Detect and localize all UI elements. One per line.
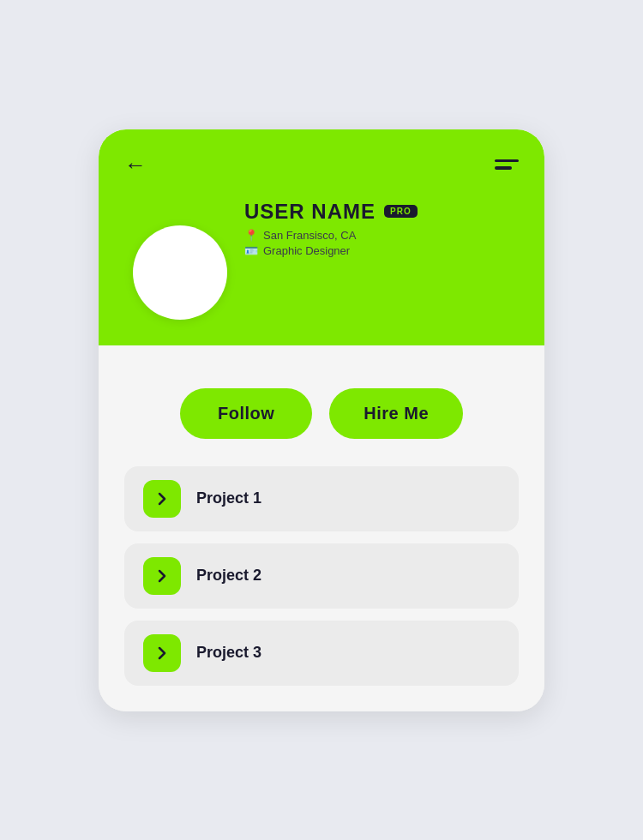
profession-text: Graphic Designer [263, 244, 350, 257]
header-nav: ← [124, 153, 519, 176]
follow-button[interactable]: Follow [180, 388, 312, 439]
username: USER NAME [244, 200, 376, 224]
menu-button[interactable] [495, 159, 519, 170]
project-arrow-2[interactable] [143, 557, 181, 595]
projects-list: Project 1 Project 2 Project 3 [124, 466, 519, 686]
chevron-right-icon-3 [154, 645, 170, 661]
project-label-2: Project 2 [196, 567, 261, 585]
profession-icon: 🪪 [244, 244, 258, 257]
user-meta: 📍 San Fransisco, CA 🪪 Graphic Designer [244, 229, 519, 257]
location-line: 📍 San Fransisco, CA [244, 229, 519, 242]
username-row: USER NAME PRO [244, 200, 519, 224]
chevron-right-icon-2 [154, 568, 170, 584]
chevron-right-icon-1 [154, 491, 170, 507]
hire-button[interactable]: Hire Me [329, 388, 463, 439]
header-section: ← USER NAME PRO 📍 San Fransisco, CA [99, 129, 544, 345]
project-label-1: Project 1 [196, 489, 261, 507]
project-label-3: Project 3 [196, 644, 261, 662]
action-buttons: Follow Hire Me [124, 388, 519, 439]
location-icon: 📍 [244, 229, 258, 242]
avatar [133, 225, 227, 320]
project-item-2[interactable]: Project 2 [124, 543, 519, 609]
profile-card: ← USER NAME PRO 📍 San Fransisco, CA [99, 129, 544, 711]
project-item-1[interactable]: Project 1 [124, 466, 519, 531]
profession-line: 🪪 Graphic Designer [244, 244, 519, 257]
back-button[interactable]: ← [124, 153, 147, 176]
project-arrow-3[interactable] [143, 634, 181, 672]
profile-section: USER NAME PRO 📍 San Fransisco, CA 🪪 Grap… [124, 191, 519, 294]
project-arrow-1[interactable] [143, 480, 181, 518]
user-info: USER NAME PRO 📍 San Fransisco, CA 🪪 Grap… [244, 191, 519, 260]
menu-line-2 [495, 166, 512, 170]
menu-line-1 [495, 159, 519, 163]
project-item-3[interactable]: Project 3 [124, 621, 519, 686]
location-text: San Fransisco, CA [263, 229, 356, 242]
card-body: Follow Hire Me Project 1 Project [99, 345, 544, 711]
pro-badge: PRO [384, 205, 418, 218]
